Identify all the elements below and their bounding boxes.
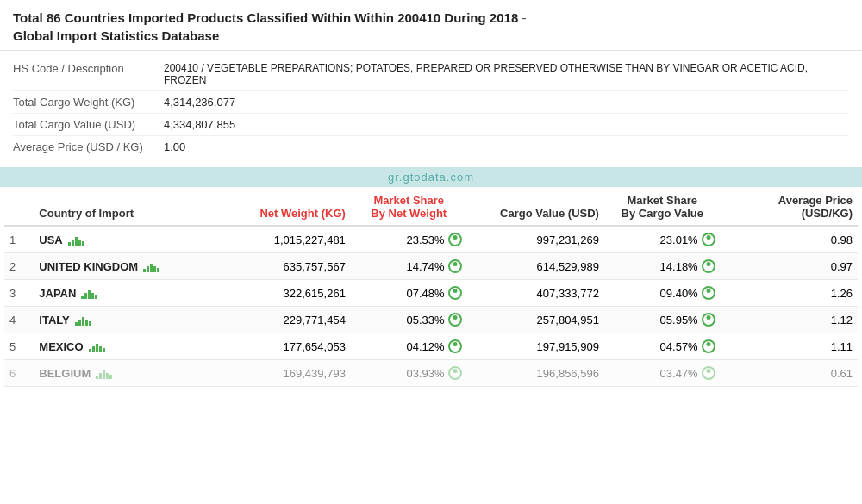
ms-weight-cell-1: 23.53% [351,226,467,253]
pie-chart-icon[interactable] [448,313,462,327]
ms-weight-value: 05.33% [407,314,445,327]
net-weight-5: 177,654,053 [214,333,351,360]
col-ms-weight: Market ShareBy Net Weight [351,187,467,226]
col-net-weight: Net Weight (KG) [214,187,351,226]
ms-cargo-cell-6: 03.47% [604,360,721,387]
bar-chart-icon[interactable] [143,260,159,272]
ms-cargo-value: 23.01% [660,233,698,246]
country-cell-6[interactable]: BELGIUM [34,360,213,387]
ms-cargo-cell-3: 09.40% [604,280,721,307]
pie-chart-icon[interactable] [702,233,715,246]
col-ms-cargo: Market ShareBy Cargo Value [604,187,721,226]
country-cell-3[interactable]: JAPAN [34,280,213,307]
cargo-value-6: 196,856,596 [467,360,604,387]
net-weight-6: 169,439,793 [214,360,351,387]
bar-chart-icon[interactable] [81,287,97,299]
price-value: 1.00 [164,140,185,153]
avg-price-6: 0.61 [721,360,858,387]
data-table-wrap: Country of Import Net Weight (KG) Market… [0,187,862,387]
ms-cargo-cell-4: 05.95% [604,307,721,333]
pie-chart-icon[interactable] [448,366,462,380]
ms-weight-cell-6: 03.93% [351,360,467,387]
table-row: 6 BELGIUM 169,439,793 03.93% 196,856,596 [4,360,858,387]
bar-chart-icon[interactable] [96,367,112,379]
bar-chart-icon[interactable] [89,340,105,352]
pie-chart-icon[interactable] [448,259,462,273]
ms-weight-cell-3: 07.48% [351,280,467,307]
page-header: Total 86 Countries Imported Products Cla… [0,0,862,51]
weight-row: Total Cargo Weight (KG) 4,314,236,077 [13,91,849,114]
avg-price-1: 0.98 [721,226,858,253]
ms-cargo-value: 14.18% [660,260,698,273]
ms-cargo-value: 03.47% [660,367,698,380]
table-row: 4 ITALY 229,771,454 05.33% 257,804,951 [4,307,858,333]
net-weight-4: 229,771,454 [214,307,351,333]
table-row: 2 UNITED KINGDOM 635,757,567 14.74% 614,… [4,253,858,280]
value-row: Total Cargo Value (USD) 4,334,807,855 [13,114,849,136]
bar-chart-icon[interactable] [75,314,91,326]
price-row: Average Price (USD / KG) 1.00 [13,136,849,158]
ms-weight-value: 07.48% [407,287,445,300]
ms-cargo-cell-5: 04.57% [604,333,721,360]
import-table: Country of Import Net Weight (KG) Market… [4,187,858,387]
title-text: Total 86 Countries Imported Products Cla… [13,10,518,25]
pie-chart-icon[interactable] [448,286,462,300]
table-row: 1 USA 1,015,227,481 23.53% 997,231,269 [4,226,858,253]
country-cell-1[interactable]: USA [34,226,213,253]
country-cell-5[interactable]: MEXICO [34,333,213,360]
ms-weight-value: 04.12% [407,340,445,353]
watermark-bar: gr.gtodata.com [0,167,862,187]
ms-weight-cell-2: 14.74% [351,253,467,280]
avg-price-3: 1.26 [721,280,858,307]
weight-label: Total Cargo Weight (KG) [13,96,164,109]
avg-price-5: 1.11 [721,333,858,360]
pie-chart-icon[interactable] [448,233,462,246]
ms-cargo-cell-2: 14.18% [604,253,721,280]
cargo-value-5: 197,915,909 [467,333,604,360]
net-weight-1: 1,015,227,481 [214,226,351,253]
pie-chart-icon[interactable] [702,313,715,327]
pie-chart-icon[interactable] [702,286,715,300]
ms-cargo-value: 04.57% [660,340,698,353]
ms-weight-cell-4: 05.33% [351,307,467,333]
cargo-value-1: 997,231,269 [467,226,604,253]
col-num [4,187,34,226]
value-value: 4,334,807,855 [164,118,235,131]
country-cell-2[interactable]: UNITED KINGDOM [34,253,213,280]
country-cell-4[interactable]: ITALY [34,307,213,333]
country-name: MEXICO [39,340,83,353]
row-num-4: 4 [4,307,34,333]
country-name: BELGIUM [39,367,91,380]
bar-chart-icon[interactable] [68,233,84,246]
cargo-value-3: 407,333,772 [467,280,604,307]
country-name: ITALY [39,314,69,327]
pie-chart-icon[interactable] [702,366,715,380]
col-avg-price: Average Price (USD/KG) [721,187,858,226]
hs-label: HS Code / Description [13,62,164,75]
cargo-value-4: 257,804,951 [467,307,604,333]
pie-chart-icon[interactable] [702,259,715,273]
table-row: 3 JAPAN 322,615,261 07.48% 407,333,772 [4,280,858,307]
hs-code-row: HS Code / Description 200410 / VEGETABLE… [13,58,849,91]
cargo-value-2: 614,529,989 [467,253,604,280]
country-name: UNITED KINGDOM [39,260,138,273]
watermark-text: gr.gtodata.com [388,171,474,184]
avg-price-4: 1.12 [721,307,858,333]
net-weight-2: 635,757,567 [214,253,351,280]
col-cargo-value: Cargo Value (USD) [467,187,604,226]
hs-value: 200410 / VEGETABLE PREPARATIONS; POTATOE… [164,62,849,86]
ms-weight-cell-5: 04.12% [351,333,467,360]
ms-cargo-cell-1: 23.01% [604,226,721,253]
country-name: JAPAN [39,287,76,300]
net-weight-3: 322,615,261 [214,280,351,307]
ms-weight-value: 14.74% [407,260,445,273]
pie-chart-icon[interactable] [702,339,715,353]
pie-chart-icon[interactable] [448,339,462,353]
avg-price-2: 0.97 [721,253,858,280]
row-num-1: 1 [4,226,34,253]
page-title: Total 86 Countries Imported Products Cla… [13,9,849,45]
row-num-5: 5 [4,333,34,360]
ms-cargo-value: 05.95% [660,314,698,327]
row-num-6: 6 [4,360,34,387]
price-label: Average Price (USD / KG) [13,140,164,153]
